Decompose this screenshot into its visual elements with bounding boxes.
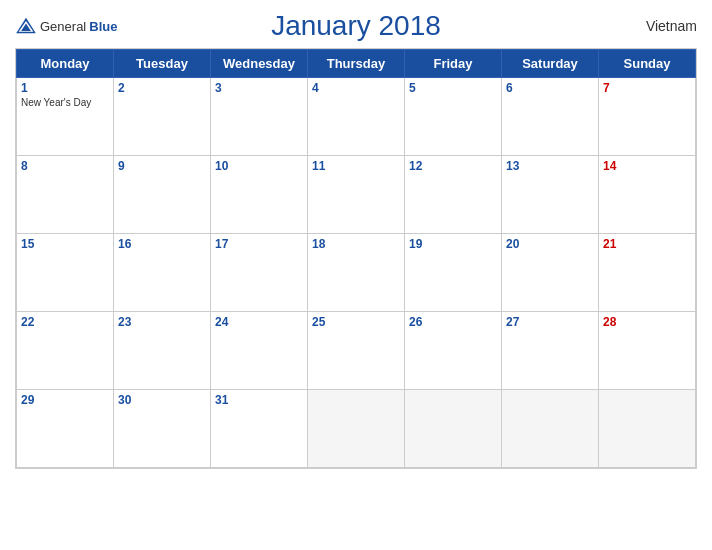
calendar-cell: 9 — [114, 156, 211, 234]
calendar-cell: 27 — [502, 312, 599, 390]
date-number: 12 — [409, 159, 497, 173]
week-row-1: 1New Year's Day234567 — [17, 78, 696, 156]
calendar-header: General Blue January 2018 Vietnam — [15, 10, 697, 42]
calendar-cell: 3 — [211, 78, 308, 156]
calendar-cell: 1New Year's Day — [17, 78, 114, 156]
date-number: 9 — [118, 159, 206, 173]
holiday-label: New Year's Day — [21, 97, 109, 108]
date-number: 26 — [409, 315, 497, 329]
week-row-2: 891011121314 — [17, 156, 696, 234]
date-number: 24 — [215, 315, 303, 329]
date-number: 6 — [506, 81, 594, 95]
date-number: 16 — [118, 237, 206, 251]
date-number: 29 — [21, 393, 109, 407]
date-number: 30 — [118, 393, 206, 407]
calendar-cell: 2 — [114, 78, 211, 156]
date-number: 1 — [21, 81, 109, 95]
day-header-friday: Friday — [405, 50, 502, 78]
calendar-cell: 26 — [405, 312, 502, 390]
calendar-cell: 31 — [211, 390, 308, 468]
calendar-cell: 4 — [308, 78, 405, 156]
calendar-cell: 6 — [502, 78, 599, 156]
logo-blue-text: Blue — [89, 19, 117, 34]
calendar-cell — [308, 390, 405, 468]
calendar-cell: 8 — [17, 156, 114, 234]
calendar-cell: 10 — [211, 156, 308, 234]
calendar-cell: 12 — [405, 156, 502, 234]
calendar-cell: 24 — [211, 312, 308, 390]
day-header-wednesday: Wednesday — [211, 50, 308, 78]
date-number: 28 — [603, 315, 691, 329]
calendar-cell — [405, 390, 502, 468]
calendar-cell: 21 — [599, 234, 696, 312]
day-header-tuesday: Tuesday — [114, 50, 211, 78]
calendar-cell: 25 — [308, 312, 405, 390]
calendar-cell: 5 — [405, 78, 502, 156]
calendar-cell: 19 — [405, 234, 502, 312]
date-number: 25 — [312, 315, 400, 329]
calendar-cell: 28 — [599, 312, 696, 390]
date-number: 21 — [603, 237, 691, 251]
calendar-cell: 15 — [17, 234, 114, 312]
logo-general-text: General — [40, 19, 86, 34]
week-row-3: 15161718192021 — [17, 234, 696, 312]
calendar-cell — [502, 390, 599, 468]
calendar-cell: 17 — [211, 234, 308, 312]
calendar-cell: 30 — [114, 390, 211, 468]
date-number: 2 — [118, 81, 206, 95]
date-number: 11 — [312, 159, 400, 173]
date-number: 15 — [21, 237, 109, 251]
month-title: January 2018 — [271, 10, 441, 42]
date-number: 10 — [215, 159, 303, 173]
day-header-sunday: Sunday — [599, 50, 696, 78]
country-label: Vietnam — [646, 18, 697, 34]
calendar-cell: 22 — [17, 312, 114, 390]
calendar-cell: 18 — [308, 234, 405, 312]
calendar-cell: 16 — [114, 234, 211, 312]
date-number: 4 — [312, 81, 400, 95]
date-number: 22 — [21, 315, 109, 329]
calendar-cell: 13 — [502, 156, 599, 234]
day-header-saturday: Saturday — [502, 50, 599, 78]
calendar-cell — [599, 390, 696, 468]
date-number: 5 — [409, 81, 497, 95]
date-number: 31 — [215, 393, 303, 407]
day-header-monday: Monday — [17, 50, 114, 78]
generalblue-icon — [15, 17, 37, 35]
calendar-cell: 20 — [502, 234, 599, 312]
date-number: 18 — [312, 237, 400, 251]
date-number: 8 — [21, 159, 109, 173]
calendar-cell: 7 — [599, 78, 696, 156]
date-number: 13 — [506, 159, 594, 173]
date-number: 19 — [409, 237, 497, 251]
calendar-cell: 23 — [114, 312, 211, 390]
date-number: 20 — [506, 237, 594, 251]
day-header-thursday: Thursday — [308, 50, 405, 78]
logo-area: General Blue — [15, 17, 117, 35]
week-row-4: 22232425262728 — [17, 312, 696, 390]
date-number: 23 — [118, 315, 206, 329]
calendar-body: 1New Year's Day2345678910111213141516171… — [17, 78, 696, 468]
calendar: MondayTuesdayWednesdayThursdayFridaySatu… — [15, 48, 697, 469]
day-headers-row: MondayTuesdayWednesdayThursdayFridaySatu… — [17, 50, 696, 78]
date-number: 17 — [215, 237, 303, 251]
calendar-cell: 14 — [599, 156, 696, 234]
date-number: 3 — [215, 81, 303, 95]
calendar-cell: 29 — [17, 390, 114, 468]
date-number: 14 — [603, 159, 691, 173]
date-number: 27 — [506, 315, 594, 329]
date-number: 7 — [603, 81, 691, 95]
week-row-5: 293031 — [17, 390, 696, 468]
calendar-cell: 11 — [308, 156, 405, 234]
